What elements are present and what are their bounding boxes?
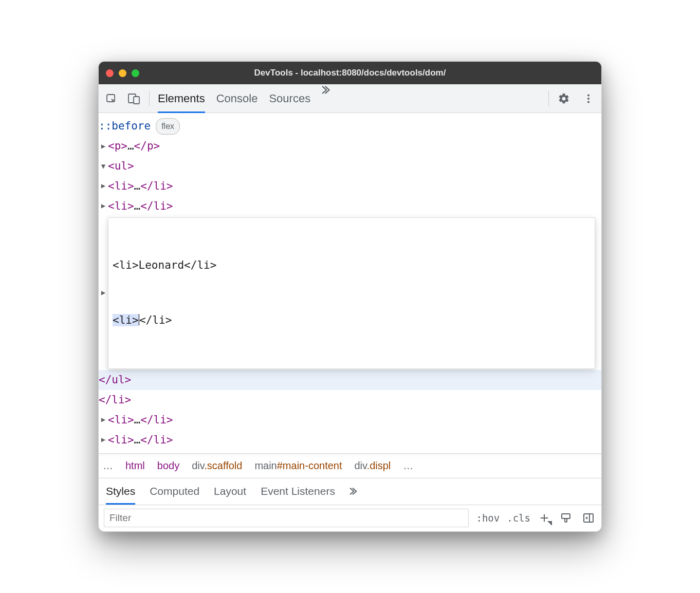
cls-toggle[interactable]: .cls	[507, 512, 530, 524]
tab-console[interactable]: Console	[216, 84, 258, 113]
dom-row-edit-container: ▶ <li>Leonard</li> <li></li>	[99, 216, 601, 370]
maximize-window-button[interactable]	[132, 69, 139, 77]
dom-row-li-3[interactable]: ▶ <li>…</li>	[99, 410, 601, 430]
hov-toggle[interactable]: :hov	[476, 512, 500, 524]
dom-tree[interactable]: ::beforeflex ▶ <p>…</p> ▼ <ul> ▶ <li>…</…	[99, 113, 601, 453]
dom-row-li-close[interactable]: </li>	[99, 390, 601, 410]
flex-badge[interactable]: flex	[156, 118, 180, 135]
more-tabs-icon[interactable]	[322, 84, 333, 113]
more-styles-tabs-icon[interactable]	[349, 486, 360, 496]
styles-tab-event-listeners[interactable]: Event Listeners	[261, 478, 335, 505]
breadcrumb-body[interactable]: body	[157, 460, 179, 472]
expand-triangle-icon[interactable]: ▶	[99, 179, 108, 193]
dom-row-p[interactable]: ▶ <p>…</p>	[99, 136, 601, 156]
svg-point-3	[587, 95, 590, 97]
toggle-sidebar-icon[interactable]	[581, 510, 596, 526]
toolbar-right	[548, 91, 596, 106]
svg-point-4	[587, 98, 590, 100]
svg-rect-7	[584, 514, 593, 522]
styles-tab-computed[interactable]: Computed	[150, 478, 199, 505]
svg-point-5	[587, 101, 590, 103]
dom-row-ul-open[interactable]: ▼ <ul>	[99, 156, 601, 176]
inspect-element-icon[interactable]	[104, 91, 119, 106]
devtools-window: DevTools - localhost:8080/docs/devtools/…	[98, 61, 602, 531]
settings-gear-icon[interactable]	[556, 91, 572, 106]
styles-filter-input[interactable]	[104, 509, 469, 527]
device-toggle-icon[interactable]	[126, 91, 142, 106]
breadcrumb-html[interactable]: html	[125, 460, 145, 472]
dom-row-pseudo[interactable]: ::beforeflex	[99, 116, 601, 136]
toolbar-left	[104, 91, 150, 106]
expand-triangle-icon[interactable]: ▶	[99, 199, 108, 213]
new-style-rule-icon[interactable]	[538, 511, 551, 525]
expand-triangle-icon[interactable]: ▶	[99, 140, 108, 153]
breadcrumb-overflow-right[interactable]: …	[403, 460, 413, 472]
dom-row-li-1[interactable]: ▶ <li>…</li>	[99, 176, 601, 196]
dom-row-ul-close[interactable]: </ul>	[99, 370, 601, 390]
kebab-menu-icon[interactable]	[581, 91, 596, 106]
dom-breadcrumb: … html body div.scaffold main#main-conte…	[99, 453, 601, 478]
styles-tab-layout[interactable]: Layout	[214, 478, 246, 505]
expand-triangle-icon[interactable]: ▶	[99, 433, 108, 447]
dom-row-li-4[interactable]: ▶ <li>…</li>	[99, 430, 601, 450]
main-tabs: Elements Console Sources	[154, 84, 548, 113]
breadcrumb-div-displ[interactable]: div.displ	[355, 460, 391, 472]
main-toolbar: Elements Console Sources	[99, 84, 601, 113]
expand-triangle-icon[interactable]: ▶	[99, 286, 108, 300]
edit-line-1: <li>Leonard</li>	[113, 256, 591, 275]
styles-tab-styles[interactable]: Styles	[106, 478, 135, 505]
titlebar: DevTools - localhost:8080/docs/devtools/…	[99, 62, 601, 84]
edit-line-2: <li></li>	[113, 311, 591, 330]
close-window-button[interactable]	[106, 69, 114, 77]
styles-toolbar: :hov .cls	[99, 505, 601, 531]
tab-sources[interactable]: Sources	[269, 84, 310, 113]
breadcrumb-div-scaffold[interactable]: div.scaffold	[192, 460, 242, 472]
breadcrumb-overflow-left[interactable]: …	[103, 460, 113, 472]
traffic-lights	[106, 69, 139, 77]
minimize-window-button[interactable]	[119, 69, 126, 77]
tab-elements[interactable]: Elements	[158, 84, 205, 113]
styles-brush-icon[interactable]	[558, 510, 574, 526]
expand-triangle-icon[interactable]: ▶	[99, 413, 108, 427]
window-title: DevTools - localhost:8080/docs/devtools/…	[99, 68, 601, 78]
styles-tabs: Styles Computed Layout Event Listeners	[99, 478, 601, 505]
collapse-triangle-icon[interactable]: ▼	[99, 160, 108, 173]
html-edit-box[interactable]: <li>Leonard</li> <li></li>	[108, 217, 595, 369]
breadcrumb-main[interactable]: main#main-content	[254, 460, 342, 472]
svg-rect-2	[134, 97, 139, 104]
dom-row-li-2[interactable]: ▶ <li>…</li>	[99, 196, 601, 216]
svg-rect-6	[562, 514, 570, 518]
